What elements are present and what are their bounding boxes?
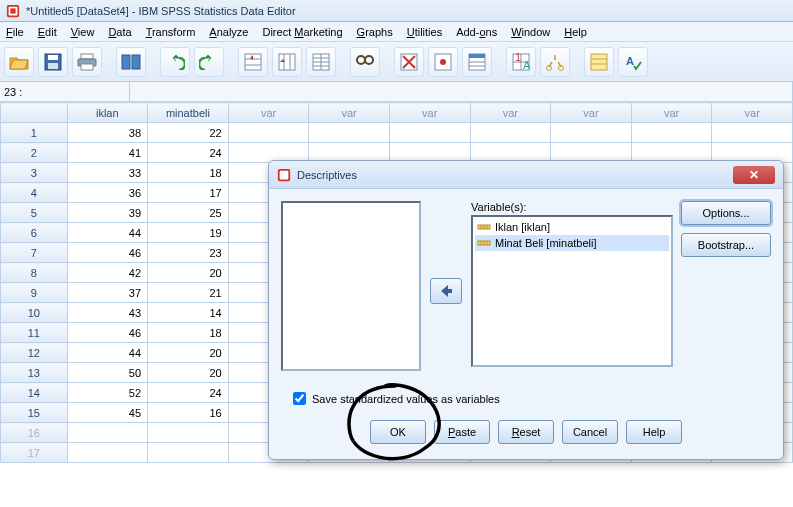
row-header[interactable]: 5 [1,203,68,223]
target-variable-list[interactable]: Iklan [iklan] Minat Beli [minatbeli] [471,215,673,367]
data-cell[interactable]: 52 [67,383,148,403]
data-cell[interactable]: 18 [148,163,229,183]
paste-button[interactable]: Paste [434,420,490,444]
menu-graphs[interactable]: Graphs [357,26,393,38]
data-cell[interactable]: 44 [67,343,148,363]
row-header[interactable]: 17 [1,443,68,463]
data-cell[interactable]: 25 [148,203,229,223]
col-header-empty[interactable]: var [470,103,551,123]
menu-analyze[interactable]: Analyze [209,26,248,38]
row-header[interactable]: 12 [1,343,68,363]
value-labels-icon[interactable]: 1A [506,47,536,77]
col-header-empty[interactable]: var [631,103,712,123]
row-header[interactable]: 14 [1,383,68,403]
data-cell[interactable] [470,123,551,143]
find-icon[interactable] [350,47,380,77]
row-header[interactable]: 9 [1,283,68,303]
row-header[interactable]: 8 [1,263,68,283]
goto-case-icon[interactable] [238,47,268,77]
data-cell[interactable]: 46 [67,323,148,343]
data-cell[interactable]: 17 [148,183,229,203]
cancel-button[interactable]: Cancel [562,420,618,444]
dialog-close-button[interactable]: ✕ [733,166,775,184]
menu-data[interactable]: Data [108,26,131,38]
move-variable-button[interactable] [430,278,462,304]
data-cell[interactable]: 37 [67,283,148,303]
recall-dialog-icon[interactable] [116,47,146,77]
col-header-empty[interactable]: var [712,103,793,123]
menu-edit[interactable]: Edit [38,26,57,38]
cell-address[interactable]: 23 : [0,82,130,101]
row-header[interactable]: 2 [1,143,68,163]
data-cell[interactable]: 42 [67,263,148,283]
data-cell[interactable]: 20 [148,363,229,383]
row-header[interactable]: 10 [1,303,68,323]
data-cell[interactable]: 33 [67,163,148,183]
menu-file[interactable]: File [6,26,24,38]
data-cell[interactable]: 23 [148,243,229,263]
menu-utilities[interactable]: Utilities [407,26,442,38]
data-cell[interactable] [67,423,148,443]
source-variable-list[interactable] [281,201,421,371]
menu-marketing[interactable]: Direct Marketing [262,26,342,38]
print-icon[interactable] [72,47,102,77]
data-cell[interactable]: 16 [148,403,229,423]
menu-window[interactable]: Window [511,26,550,38]
data-cell[interactable]: 18 [148,323,229,343]
data-cell[interactable]: 22 [148,123,229,143]
data-cell[interactable] [67,443,148,463]
data-cell[interactable]: 43 [67,303,148,323]
use-sets-icon[interactable] [540,47,570,77]
variable-item[interactable]: Minat Beli [minatbeli] [475,235,669,251]
ok-button[interactable]: OK [370,420,426,444]
data-cell[interactable]: 24 [148,143,229,163]
data-cell[interactable]: 21 [148,283,229,303]
data-cell[interactable] [309,123,390,143]
data-cell[interactable]: 50 [67,363,148,383]
dialog-titlebar[interactable]: Descriptives ✕ [269,161,783,189]
row-header[interactable]: 11 [1,323,68,343]
menu-view[interactable]: View [71,26,95,38]
data-cell[interactable]: 36 [67,183,148,203]
goto-var-icon[interactable] [272,47,302,77]
help-button[interactable]: Help [626,420,682,444]
save-icon[interactable] [38,47,68,77]
data-cell[interactable]: 19 [148,223,229,243]
col-header-empty[interactable]: var [228,103,309,123]
reset-button[interactable]: Reset [498,420,554,444]
data-cell[interactable] [148,443,229,463]
row-header[interactable]: 4 [1,183,68,203]
show-all-icon[interactable] [584,47,614,77]
row-header[interactable]: 1 [1,123,68,143]
data-cell[interactable] [389,123,470,143]
data-cell[interactable]: 39 [67,203,148,223]
data-cell[interactable] [551,123,632,143]
split-file-icon[interactable] [394,47,424,77]
select-cases-icon[interactable] [462,47,492,77]
data-cell[interactable] [148,423,229,443]
row-header[interactable]: 15 [1,403,68,423]
open-icon[interactable] [4,47,34,77]
menu-help[interactable]: Help [564,26,587,38]
data-cell[interactable]: 45 [67,403,148,423]
undo-icon[interactable] [160,47,190,77]
row-header[interactable]: 3 [1,163,68,183]
save-z-checkbox[interactable] [293,392,306,405]
menu-addons[interactable]: Add-ons [456,26,497,38]
col-header-empty[interactable]: var [551,103,632,123]
data-cell[interactable]: 20 [148,263,229,283]
row-header[interactable]: 7 [1,243,68,263]
table-row[interactable]: 13822 [1,123,793,143]
data-cell[interactable]: 44 [67,223,148,243]
col-header-empty[interactable]: var [309,103,390,123]
col-header-iklan[interactable]: iklan [67,103,148,123]
variable-item[interactable]: Iklan [iklan] [475,219,669,235]
row-header[interactable]: 16 [1,423,68,443]
data-cell[interactable]: 14 [148,303,229,323]
data-cell[interactable]: 24 [148,383,229,403]
data-cell[interactable] [228,123,309,143]
row-header[interactable]: 13 [1,363,68,383]
spellcheck-icon[interactable]: A [618,47,648,77]
menu-transform[interactable]: Transform [146,26,196,38]
redo-icon[interactable] [194,47,224,77]
